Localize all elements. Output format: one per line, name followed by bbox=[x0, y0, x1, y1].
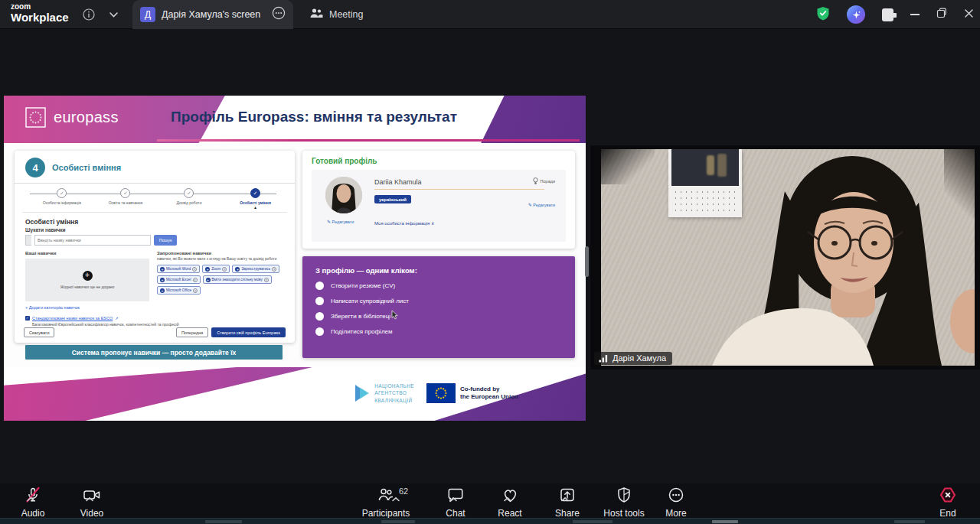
end-call-icon bbox=[938, 486, 958, 504]
slide-footer: НАЦІОНАЛЬНЕ АГЕНТСТВО КВАЛІФІКАЦІЙ Co-fu… bbox=[4, 367, 586, 421]
suggested-skill-chips: +Microsoft Word× +Zoom× +Зареєструватись… bbox=[157, 265, 284, 295]
tips-link: Поради bbox=[533, 177, 555, 185]
chevron-down-icon[interactable] bbox=[106, 7, 121, 22]
chat-options-caret[interactable] bbox=[449, 492, 458, 506]
chip-remove-icon: × bbox=[222, 267, 227, 272]
chip-remove-icon: × bbox=[192, 267, 197, 272]
add-category-link: + Додати категорію навичок bbox=[25, 305, 149, 310]
meeting-toolbar: Audio Video 62 Participants Chat React bbox=[0, 483, 980, 518]
side-panel-icon[interactable] bbox=[882, 8, 893, 21]
pencil-icon: ✎ bbox=[528, 203, 532, 207]
chip-add-icon: + bbox=[160, 267, 165, 272]
eu-stars-icon bbox=[25, 107, 46, 128]
share-options-caret[interactable] bbox=[560, 492, 570, 506]
search-skills-label: Шукати навички bbox=[25, 227, 284, 233]
participant-video-tile[interactable]: Дарія Хамула bbox=[590, 145, 980, 369]
quick-action-item: Написати супровідний лист bbox=[315, 297, 562, 305]
video-feed bbox=[601, 149, 975, 366]
edit-profile-link: ✎ Редагувати bbox=[528, 202, 555, 207]
participants-button[interactable]: 62 Participants bbox=[351, 486, 420, 519]
zoom-workplace-logo: zoom Workplace bbox=[11, 3, 69, 23]
stepper-step: ✓ Досвід роботи bbox=[164, 188, 214, 205]
your-skills-label: Ваші навички bbox=[25, 251, 149, 255]
tab-shared-screen[interactable]: Д Дарія Хамула's screen bbox=[132, 0, 293, 29]
stepper-step-active: ✓ Особисті уміння ▲ bbox=[230, 188, 280, 210]
chip-add-icon: + bbox=[160, 288, 165, 293]
quick-action-item: Створити резюме (CV) bbox=[315, 282, 562, 290]
agency-triangles-icon bbox=[354, 383, 370, 403]
skill-chip: +Microsoft Word× bbox=[157, 265, 200, 273]
eu-flag-icon bbox=[426, 383, 456, 403]
tab-shared-screen-label: Дарія Хамула's screen bbox=[162, 9, 266, 20]
search-input-addon bbox=[25, 235, 31, 246]
suggested-skills-hint: навички, які Ви можете мати з огляду на … bbox=[157, 257, 284, 262]
bullet-circle bbox=[315, 282, 324, 290]
host-tools-shield-icon bbox=[614, 486, 634, 504]
suggested-skills-label: Запропоновані навички bbox=[157, 251, 284, 255]
tab-meeting[interactable]: Meeting bbox=[303, 0, 369, 29]
mouse-cursor-icon bbox=[391, 310, 398, 320]
add-skill-plus-icon: + bbox=[83, 271, 93, 281]
shared-screen-content: europass Профіль Europass: вміння та рез… bbox=[4, 96, 586, 421]
participant-name-tag: Дарія Хамула bbox=[594, 352, 672, 365]
stepper-step: ✓ Освіта та навчання bbox=[100, 188, 151, 205]
meeting-people-icon bbox=[309, 7, 323, 22]
name-underline bbox=[374, 189, 544, 190]
participants-options-caret[interactable] bbox=[391, 492, 400, 506]
speaker-portrait bbox=[601, 149, 975, 366]
slide-callout-banner: Система пропонує навички — просто додава… bbox=[25, 345, 283, 360]
chip-remove-icon: × bbox=[193, 278, 198, 282]
personal-info-link: Моя особиста інформація ∨ bbox=[374, 220, 434, 226]
edit-photo-link: ✎ Редагувати bbox=[327, 219, 354, 224]
slide-title: Профіль Europass: вміння та результат bbox=[142, 109, 486, 125]
quick-action-item: Поділитися профілем bbox=[315, 327, 562, 336]
panel-resize-handle[interactable] bbox=[585, 246, 589, 277]
stepper-step: ✓ Особиста інформація bbox=[37, 188, 87, 205]
section-heading: Особисті уміння bbox=[25, 218, 284, 226]
tab-meeting-label: Meeting bbox=[329, 9, 363, 20]
cancel-button: Скасувати bbox=[24, 327, 54, 337]
react-options-caret[interactable] bbox=[503, 492, 512, 506]
profile-name: Dariia Khamula bbox=[374, 178, 422, 186]
create-profile-button: Створити свій профіль Europass bbox=[211, 327, 286, 337]
chip-add-icon: + bbox=[205, 267, 210, 272]
step-heading: Особисті вміння bbox=[52, 163, 121, 172]
external-link-icon: ↗ bbox=[115, 316, 118, 321]
bullet-circle bbox=[315, 312, 324, 321]
profile-photo bbox=[325, 177, 362, 213]
video-options-caret[interactable] bbox=[85, 492, 94, 506]
empty-skills-box: + Жодної навички ще не додано bbox=[25, 259, 149, 301]
end-meeting-button[interactable]: End bbox=[913, 486, 980, 519]
esco-link: Стандартизовані назви навичок за ESCO bbox=[32, 316, 113, 321]
meeting-main-area: europass Профіль Europass: вміння та рез… bbox=[0, 29, 980, 483]
more-button[interactable]: More bbox=[642, 486, 710, 519]
step-check-icon: ✓ bbox=[250, 188, 260, 198]
restore-button[interactable] bbox=[936, 8, 947, 21]
ai-companion-button[interactable] bbox=[847, 5, 865, 24]
chip-add-icon: + bbox=[206, 278, 211, 282]
tab-options-icon[interactable] bbox=[272, 6, 286, 23]
esco-checkbox: ✓ bbox=[25, 316, 30, 321]
window-titlebar: zoom Workplace Д Дарія Хамула's screen M… bbox=[0, 0, 980, 29]
bullet-circle bbox=[315, 297, 324, 305]
national-qualifications-agency-logo: НАЦІОНАЛЬНЕ АГЕНТСТВО КВАЛІФІКАЦІЙ bbox=[354, 382, 414, 404]
info-icon[interactable] bbox=[81, 7, 96, 22]
skill-search-button: Пошук bbox=[154, 235, 177, 246]
minimize-button[interactable] bbox=[910, 14, 920, 15]
more-ellipsis-icon bbox=[666, 486, 686, 504]
skill-chip: +Microsoft Excel× bbox=[157, 275, 201, 284]
step-check-icon: ✓ bbox=[184, 188, 194, 198]
close-window-button[interactable] bbox=[964, 8, 974, 21]
active-step-caret: ▲ bbox=[230, 205, 280, 210]
video-button[interactable]: Video bbox=[57, 486, 126, 519]
europass-app-screenshot: 4 Особисті вміння ✓ Особиста інформація … bbox=[15, 151, 295, 343]
language-badge: український bbox=[374, 195, 411, 203]
quick-actions-heading: З профілю — одним кліком: bbox=[315, 266, 562, 275]
esco-description: Багатомовний Європейський класифікатор н… bbox=[32, 322, 284, 327]
chip-remove-icon: × bbox=[193, 288, 198, 293]
security-shield-icon[interactable] bbox=[816, 6, 830, 24]
previous-button: Попередня bbox=[176, 327, 208, 337]
os-taskbar-edge bbox=[0, 518, 980, 524]
step-check-icon: ✓ bbox=[57, 188, 67, 198]
audio-options-caret[interactable] bbox=[26, 492, 35, 506]
